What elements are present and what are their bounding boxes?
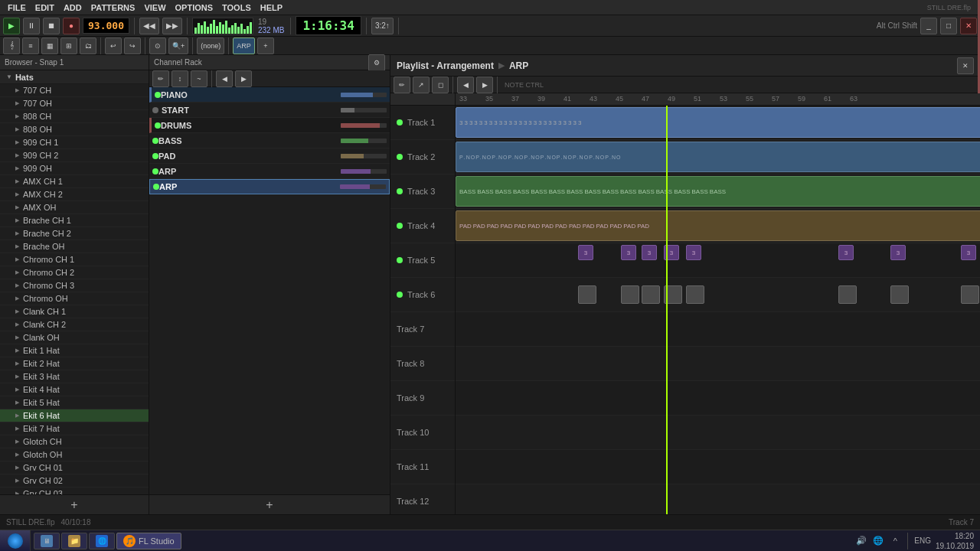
sidebar-item[interactable]: Ekit 7 Hat (0, 422, 149, 435)
sidebar-item[interactable]: Glotch CH (0, 435, 149, 448)
zoom-in-btn[interactable]: 🔍+ (168, 37, 188, 54)
sidebar-item[interactable]: Grv CH 02 (0, 474, 149, 487)
track-row-12[interactable] (456, 484, 980, 514)
prev-button[interactable]: ◀◀ (139, 18, 159, 34)
piano-pattern[interactable]: 3333333333333333333333333 (456, 107, 980, 138)
bpm-display[interactable]: 93.000 (83, 18, 129, 34)
pl-draw-btn[interactable]: ✏ (394, 77, 410, 93)
sidebar-add-button[interactable]: + (0, 494, 149, 514)
piano-roll-btn[interactable]: 𝄞 (3, 37, 20, 54)
sidebar-item[interactable]: AMX CH 1 (0, 175, 149, 188)
sidebar-item[interactable]: AMX OH (0, 201, 149, 214)
bass-pattern[interactable]: BASS BASS BASS BASS BASS BASS BASS BASS … (456, 176, 980, 207)
channel-arp1[interactable]: ARP (149, 164, 390, 179)
pad-pattern[interactable]: PAD PAD PAD PAD PAD PAD PAD PAD PAD PAD … (456, 210, 980, 241)
menu-options[interactable]: OPTIONS (171, 3, 218, 12)
taskbar-flstudio[interactable]: 🎵 FL Studio (116, 533, 181, 549)
menu-view[interactable]: VIEW (139, 3, 170, 12)
sidebar-item[interactable]: Chromo OH (0, 292, 149, 305)
stop-button[interactable]: ⏹ (43, 18, 60, 34)
sidebar-item[interactable]: Brache CH 2 (0, 227, 149, 240)
ch-zoom-btn[interactable]: ~ (191, 70, 207, 87)
sidebar-item[interactable]: Chromo CH 2 (0, 266, 149, 279)
taskbar-explorer[interactable]: 🖥 (34, 533, 60, 549)
ch-select-btn[interactable]: ↕ (172, 70, 188, 87)
sidebar-item[interactable]: Ekit 3 Hat (0, 370, 149, 383)
track-row-3[interactable]: BASS BASS BASS BASS BASS BASS BASS BASS … (456, 174, 980, 209)
record-button[interactable]: ● (63, 18, 80, 34)
taskbar-folder[interactable]: 📁 (61, 533, 87, 549)
minimize-button[interactable]: _ (920, 18, 937, 34)
tick-block[interactable] (686, 285, 704, 304)
sidebar-item[interactable]: Clank CH 2 (0, 318, 149, 331)
sidebar-item[interactable]: 909 CH 2 (0, 149, 149, 162)
menu-edit[interactable]: EDIT (31, 3, 59, 12)
pl-zoom-out[interactable]: ◀ (457, 77, 474, 93)
track-row-9[interactable] (456, 381, 980, 416)
sidebar-item[interactable]: Brache CH 1 (0, 214, 149, 227)
pl-erase-btn[interactable]: ◻ (432, 77, 449, 93)
menu-help[interactable]: HELP (256, 3, 287, 12)
playlist-close-btn[interactable]: ✕ (957, 57, 974, 74)
menu-add[interactable]: ADD (59, 3, 87, 12)
tick-block[interactable] (890, 285, 909, 304)
tray-volume[interactable]: 🔊 (855, 535, 867, 547)
channel-add-button[interactable]: + (149, 494, 390, 514)
fwd-button[interactable]: ▶▶ (162, 18, 182, 34)
play-button[interactable]: ▶ (3, 18, 20, 34)
ch-right-btn[interactable]: ▶ (235, 70, 252, 87)
sidebar-item[interactable]: Clank OH (0, 331, 149, 344)
piano-no-pattern[interactable]: P.NO P.NO P.NO P.NO P.NO P.NO P.NO P.NO … (456, 142, 980, 172)
tick-block[interactable] (961, 285, 979, 304)
undo-btn[interactable]: ↩ (105, 37, 122, 54)
arp-block[interactable]: 3 (621, 245, 636, 260)
channel-bass[interactable]: BASS (149, 133, 390, 148)
sidebar-item[interactable]: Chromo CH 3 (0, 279, 149, 292)
step-seq-btn[interactable]: ≡ (22, 37, 39, 54)
add-arp-btn[interactable]: + (257, 37, 274, 54)
channel-pad[interactable]: PAD (149, 148, 390, 164)
browser-list[interactable]: Hats 707 CH 707 OH 808 CH 808 OH 909 CH … (0, 70, 149, 494)
none-select[interactable]: (none) (197, 37, 224, 54)
menu-tools[interactable]: TOOLS (217, 3, 256, 12)
sidebar-item[interactable]: Grv CH 03 (0, 487, 149, 494)
arp-block[interactable]: 3 (961, 245, 976, 260)
tray-chevron[interactable]: ^ (889, 535, 901, 547)
track-row-10[interactable] (456, 416, 980, 450)
sidebar-item[interactable]: 808 OH (0, 123, 149, 136)
track-row-8[interactable] (456, 347, 980, 381)
channel-arp2[interactable]: ARP (149, 179, 390, 194)
pause-button[interactable]: ⏸ (23, 18, 40, 34)
sidebar-item[interactable]: Ekit 2 Hat (0, 357, 149, 370)
arp-block[interactable]: 3 (664, 245, 679, 260)
channel-settings-btn[interactable]: ⚙ (368, 54, 385, 71)
snap-button[interactable]: 3:2↑ (371, 18, 394, 34)
tick-block[interactable] (642, 285, 660, 304)
sidebar-item[interactable]: Glotch OH (0, 448, 149, 461)
sidebar-item[interactable]: Ekit 1 Hat (0, 344, 149, 357)
hats-folder[interactable]: Hats (0, 70, 149, 84)
tick-block[interactable] (578, 285, 596, 304)
sidebar-item[interactable]: Brache OH (0, 240, 149, 253)
tray-network[interactable]: 🌐 (872, 535, 884, 547)
sidebar-item[interactable]: Chromo CH 1 (0, 253, 149, 266)
track-row-2[interactable]: P.NO P.NO P.NO P.NO P.NO P.NO P.NO P.NO … (456, 140, 980, 174)
sidebar-item[interactable]: 909 OH (0, 162, 149, 175)
sidebar-item[interactable]: 808 CH (0, 110, 149, 123)
sidebar-item-ekit6[interactable]: Ekit 6 Hat (0, 409, 149, 422)
arp-select[interactable]: ARP (233, 37, 255, 54)
track-row-4[interactable]: PAD PAD PAD PAD PAD PAD PAD PAD PAD PAD … (456, 209, 980, 243)
arp-block[interactable]: 3 (838, 245, 854, 260)
tick-block[interactable] (838, 285, 857, 304)
browser-btn[interactable]: 🗂 (80, 37, 96, 54)
pl-select-btn[interactable]: ↗ (413, 77, 430, 93)
arp-block[interactable]: 3 (890, 245, 906, 260)
arp-block[interactable]: 3 (642, 245, 657, 260)
maximize-button[interactable]: □ (940, 18, 957, 34)
track-row-5[interactable]: 3 3 3 3 3 3 3 3 3 3 3 3 3 (456, 243, 980, 278)
clock[interactable]: 18:20 19.10.2019 (936, 531, 974, 551)
tick-block[interactable] (664, 285, 682, 304)
sidebar-item[interactable]: 707 OH (0, 97, 149, 110)
menu-patterns[interactable]: PATTERNS (87, 3, 140, 12)
ch-left-btn[interactable]: ◀ (216, 70, 233, 87)
